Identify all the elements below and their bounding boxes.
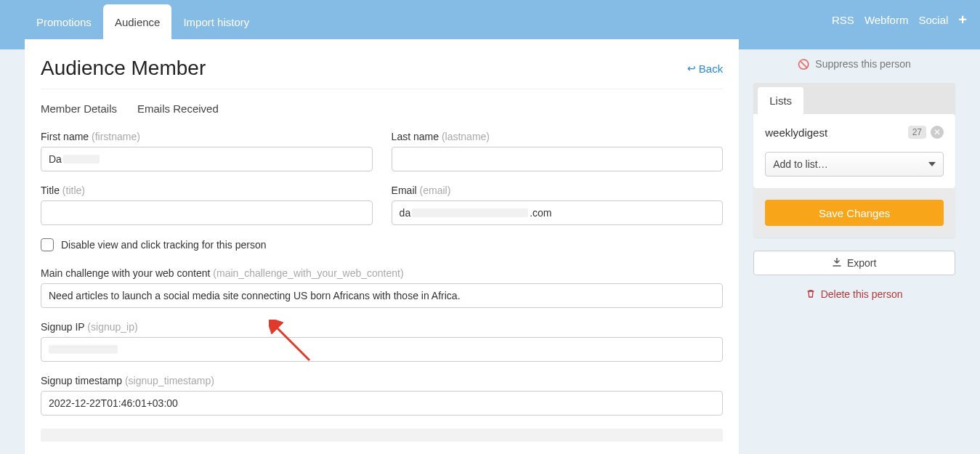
save-changes-button[interactable]: Save Changes [765,200,944,226]
title-input[interactable] [41,200,373,225]
back-arrow-icon: ↩ [687,62,696,74]
lists-tab[interactable]: Lists [758,87,803,114]
social-link[interactable]: Social [918,14,948,26]
page-title: Audience Member [41,57,206,80]
member-form: First name (firstname) Da Last name (las… [41,131,723,416]
sub-tabs: Member Details Emails Received [25,94,723,131]
section-divider [41,429,723,442]
rss-link[interactable]: RSS [832,14,854,26]
suppress-icon: 🚫 [798,59,809,70]
label-lastname: Last name (lastname) [392,131,724,142]
subtab-member-details[interactable]: Member Details [41,102,117,115]
trash-icon [806,288,815,300]
label-firstname: First name (firstname) [41,131,373,142]
main-challenge-input[interactable] [41,283,723,308]
label-signup-timestamp: Signup timestamp (signup_timestamp) [41,375,723,386]
disable-tracking-checkbox[interactable] [41,238,54,251]
list-count-badge: 27 [908,126,926,139]
main-panel: Audience Member ↩ Back Member Details Em… [25,39,739,454]
sidebar: 🚫 Suppress this person Lists weeklydiges… [753,39,955,454]
plus-icon[interactable]: + [958,12,967,27]
suppress-person-link[interactable]: 🚫 Suppress this person [753,49,955,83]
primary-tabs: Promotions Audience Import history [25,0,261,39]
tab-import-history[interactable]: Import history [171,4,261,39]
redacted-firstname [63,155,100,163]
label-email: Email (email) [392,185,724,196]
tab-audience[interactable]: Audience [103,4,172,39]
email-input[interactable]: da.com [392,200,724,225]
redacted-signup-ip [49,345,118,354]
delete-person-link[interactable]: Delete this person [753,288,955,300]
label-main-challenge: Main challenge with your web content (ma… [41,267,723,279]
lastname-input[interactable] [392,147,724,171]
webform-link[interactable]: Webform [864,14,909,26]
firstname-input[interactable]: Da [41,147,373,171]
remove-list-icon[interactable]: ✕ [931,126,944,139]
list-name[interactable]: weeklydigest [765,126,827,139]
label-signup-ip: Signup IP (signup_ip) [41,321,723,333]
download-icon [833,257,841,269]
subtab-emails-received[interactable]: Emails Received [137,102,219,115]
disable-tracking-label: Disable view and click tracking for this… [61,239,266,251]
back-link[interactable]: ↩ Back [687,62,723,75]
topbar-right-links: RSS Webform Social + [832,0,973,39]
lists-card: Lists weeklydigest 27 ✕ Add to list… Sav… [753,83,955,238]
label-title: Title (title) [41,185,373,196]
back-link-label: Back [699,62,723,75]
redacted-email [412,208,528,217]
chevron-down-icon [928,162,936,166]
signup-ip-input[interactable] [41,337,723,362]
export-button[interactable]: Export [753,251,955,275]
add-to-list-select[interactable]: Add to list… [765,152,944,177]
list-row: weeklydigest 27 ✕ [765,126,944,139]
top-navbar: Promotions Audience Import history RSS W… [0,0,980,39]
tab-promotions[interactable]: Promotions [25,4,103,39]
signup-timestamp-input[interactable] [41,391,723,416]
